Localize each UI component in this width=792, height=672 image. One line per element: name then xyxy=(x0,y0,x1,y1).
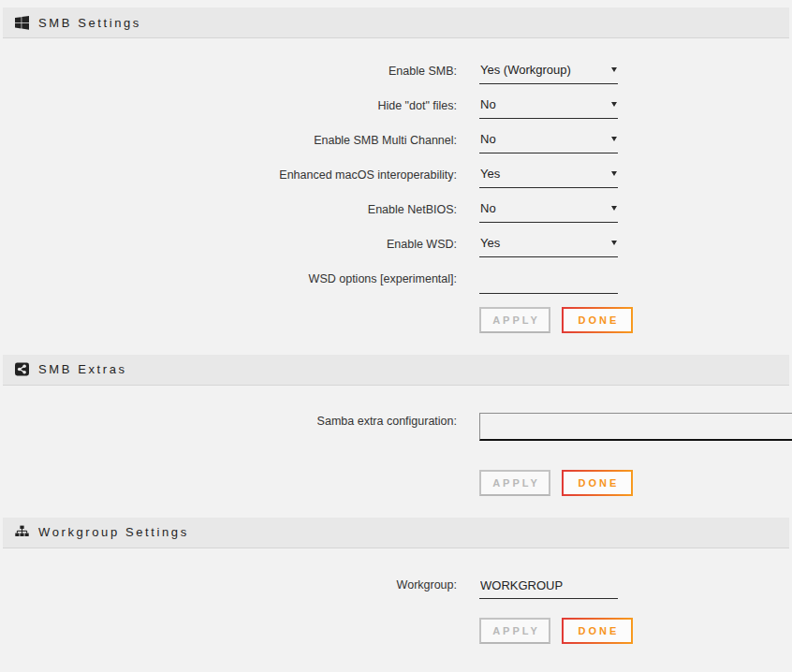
smb-extras-body: Samba extra configuration: APPLY DONE xyxy=(0,386,792,518)
field-row-workgroup: Workgroup: xyxy=(0,577,792,600)
section-title: Workgroup Settings xyxy=(38,525,189,539)
section-title: SMB Extras xyxy=(38,362,127,376)
workgroup-settings-body: Workgroup: APPLY DONE xyxy=(0,548,792,657)
field-row-hide-dot-files: Hide "dot" files: No xyxy=(0,97,792,119)
chevron-down-icon xyxy=(611,206,617,211)
hide-dot-files-select[interactable]: No xyxy=(479,97,618,119)
workgroup-settings-header: Workgroup Settings xyxy=(3,518,789,548)
apply-button[interactable]: APPLY xyxy=(479,470,550,496)
field-row-macos-interop: Enhanced macOS interoperability: Yes xyxy=(0,167,792,188)
field-row-enable-netbios: Enable NetBIOS: No xyxy=(0,201,792,223)
chevron-down-icon xyxy=(611,102,617,107)
field-label: Enable WSD: xyxy=(0,236,457,252)
done-button[interactable]: DONE xyxy=(562,618,633,644)
windows-icon xyxy=(15,16,29,30)
apply-button[interactable]: APPLY xyxy=(479,618,550,644)
enable-netbios-select[interactable]: No xyxy=(479,201,618,223)
field-row-enable-smb: Enable SMB: Yes (Workgroup) xyxy=(0,63,792,84)
field-label: Samba extra configuration: xyxy=(0,413,457,429)
chevron-down-icon xyxy=(611,241,617,245)
samba-extra-config-textarea[interactable] xyxy=(479,413,792,441)
done-button[interactable]: DONE xyxy=(562,470,633,496)
wsd-options-input[interactable] xyxy=(479,272,618,294)
chevron-down-icon xyxy=(611,137,617,141)
smb-settings-body: Enable SMB: Yes (Workgroup) Hide "dot" f… xyxy=(0,38,792,355)
field-label: Workgroup: xyxy=(0,577,457,592)
smb-extras-header: SMB Extras xyxy=(3,355,789,386)
workgroup-input[interactable] xyxy=(479,577,618,599)
done-button[interactable]: DONE xyxy=(562,307,633,333)
field-label: WSD options [experimental]: xyxy=(0,270,457,286)
apply-button[interactable]: APPLY xyxy=(479,307,550,333)
field-row-wsd-options: WSD options [experimental]: xyxy=(0,270,792,294)
smb-settings-header: SMB Settings xyxy=(3,7,789,38)
field-label: Enable SMB: xyxy=(0,63,457,79)
field-row-smb-multi-channel: Enable SMB Multi Channel: No xyxy=(0,132,792,153)
field-label: Enable SMB Multi Channel: xyxy=(0,132,457,148)
field-label: Enhanced macOS interoperability: xyxy=(0,167,457,183)
enable-smb-select[interactable]: Yes (Workgroup) xyxy=(479,63,618,84)
field-row-samba-extra: Samba extra configuration: xyxy=(0,413,792,445)
sitemap-icon xyxy=(15,525,29,539)
share-square-icon xyxy=(15,362,29,376)
smb-extras-buttons: APPLY DONE xyxy=(479,470,792,496)
enable-wsd-select[interactable]: Yes xyxy=(479,236,618,257)
field-label: Hide "dot" files: xyxy=(0,97,457,113)
field-row-enable-wsd: Enable WSD: Yes xyxy=(0,236,792,257)
smb-settings-buttons: APPLY DONE xyxy=(479,307,792,333)
workgroup-buttons: APPLY DONE xyxy=(479,618,792,644)
macos-interop-select[interactable]: Yes xyxy=(479,167,618,188)
section-title: SMB Settings xyxy=(38,16,141,30)
chevron-down-icon xyxy=(611,67,617,72)
smb-multi-channel-select[interactable]: No xyxy=(479,132,618,153)
chevron-down-icon xyxy=(611,171,617,176)
settings-page: SMB Settings Enable SMB: Yes (Workgroup)… xyxy=(0,0,792,656)
field-label: Enable NetBIOS: xyxy=(0,201,457,217)
